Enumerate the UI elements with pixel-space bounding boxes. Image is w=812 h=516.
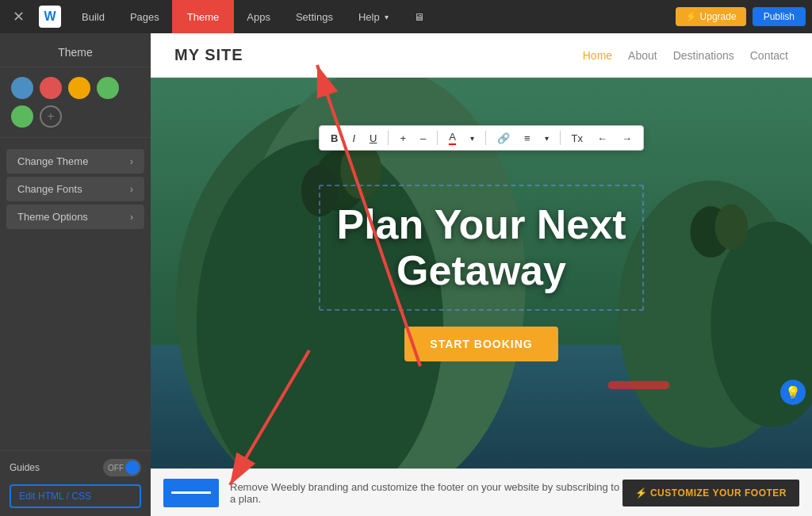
toggle-knob [125, 461, 140, 475]
guides-toggle[interactable]: OFF [103, 459, 141, 476]
swatch-green2[interactable] [11, 105, 33, 128]
hero-heading: Plan Your Next Getaway [336, 202, 626, 292]
hero-text-container: Plan Your Next Getaway [319, 185, 643, 310]
sidebar: Theme + Change Theme › Change Fonts › Th… [0, 33, 151, 516]
lightbulb-icon[interactable]: 💡 [780, 380, 806, 405]
bold-button[interactable]: B [326, 131, 343, 146]
toggle-off-label: OFF [108, 464, 124, 472]
nav-item-settings[interactable]: Settings [283, 0, 346, 33]
color-swatches: + [0, 67, 151, 138]
nav-item-build[interactable]: Build [69, 0, 117, 33]
chevron-right-icon: › [130, 156, 133, 167]
change-theme-item[interactable]: Change Theme › [6, 149, 144, 174]
sidebar-menu: Change Theme › Change Fonts › Theme Opti… [0, 138, 151, 450]
toolbar-divider2 [437, 131, 438, 145]
site-nav: Home About Destinations Contact [583, 49, 788, 62]
italic-button[interactable]: I [347, 131, 360, 146]
sidebar-bottom: Guides OFF Edit HTML / CSS [0, 450, 151, 516]
theme-options-item[interactable]: Theme Options › [6, 204, 144, 229]
swatch-blue[interactable] [11, 77, 33, 99]
swatch-orange[interactable] [68, 77, 90, 99]
nav-item-pages[interactable]: Pages [117, 0, 172, 33]
swatch-green[interactable] [97, 77, 119, 99]
cta-button[interactable]: START BOOKING [404, 327, 557, 361]
nav-link-about[interactable]: About [628, 49, 657, 62]
tx-button[interactable]: Tx [567, 131, 588, 146]
footer-text: Remove Weebly branding and customize the… [230, 481, 622, 505]
svg-point-12 [715, 204, 749, 250]
site-header: MY SITE Home About Destinations Contact [151, 33, 812, 78]
hero-section: B I U + – A ▾ 🔗 ≡ ▾ Tx ← → [151, 78, 812, 468]
guides-row: Guides OFF [10, 459, 141, 476]
text-toolbar: B I U + – A ▾ 🔗 ≡ ▾ Tx ← → [319, 125, 644, 151]
nav-item-theme[interactable]: Theme [172, 0, 234, 33]
chevron-color-button[interactable]: ▾ [465, 132, 479, 144]
customize-footer-button[interactable]: ⚡ CUSTOMIZE YOUR FOOTER [622, 480, 799, 506]
minus-button[interactable]: – [416, 131, 431, 146]
svg-rect-7 [608, 381, 670, 389]
upgrade-button[interactable]: ⚡ Upgrade [676, 7, 745, 26]
add-swatch-button[interactable]: + [40, 105, 62, 128]
chevron-right-icon: › [130, 212, 133, 223]
site-title: MY SITE [174, 46, 243, 64]
plus-button[interactable]: + [395, 131, 411, 146]
footer-preview [163, 479, 219, 507]
main-layout: Theme + Change Theme › Change Fonts › Th… [0, 33, 812, 516]
chevron-right-icon: › [130, 184, 133, 195]
underline-button[interactable]: U [365, 131, 381, 146]
edit-html-button[interactable]: Edit HTML / CSS [10, 484, 141, 508]
toolbar-divider3 [485, 131, 486, 145]
monitor-icon: 🖥 [414, 11, 424, 23]
undo-button[interactable]: ← [592, 131, 612, 146]
link-button[interactable]: 🔗 [492, 131, 515, 146]
nav-item-apps[interactable]: Apps [234, 0, 283, 33]
color-button[interactable]: A [444, 129, 461, 147]
nav-link-home[interactable]: Home [583, 49, 612, 62]
content-area: MY SITE Home About Destinations Contact [151, 33, 812, 516]
footer-bar: Remove Weebly branding and customize the… [151, 468, 812, 516]
swatch-red[interactable] [40, 77, 62, 99]
nav-left: ✕ W [0, 6, 69, 28]
align-chevron-button[interactable]: ▾ [540, 132, 553, 144]
weebly-logo: W [39, 6, 61, 28]
toolbar-divider [388, 131, 389, 145]
chevron-down-icon: ▾ [385, 13, 389, 21]
nav-item-device[interactable]: 🖥 [401, 0, 437, 33]
align-button[interactable]: ≡ [519, 131, 535, 146]
nav-link-contact[interactable]: Contact [750, 49, 788, 62]
nav-items: Build Pages Theme Apps Settings Help ▾ 🖥 [69, 0, 676, 33]
top-nav: ✕ W Build Pages Theme Apps Settings Help… [0, 0, 812, 33]
redo-button[interactable]: → [617, 131, 637, 146]
nav-link-destinations[interactable]: Destinations [673, 49, 734, 62]
nav-right: ⚡ Upgrade Publish [676, 7, 812, 26]
guides-label: Guides [10, 462, 40, 473]
close-button[interactable]: ✕ [8, 8, 29, 25]
footer-preview-line [171, 491, 211, 494]
sidebar-title: Theme [0, 33, 151, 67]
toolbar-divider4 [560, 131, 561, 145]
change-fonts-item[interactable]: Change Fonts › [6, 177, 144, 201]
publish-button[interactable]: Publish [753, 7, 806, 26]
nav-item-help[interactable]: Help ▾ [346, 0, 401, 33]
